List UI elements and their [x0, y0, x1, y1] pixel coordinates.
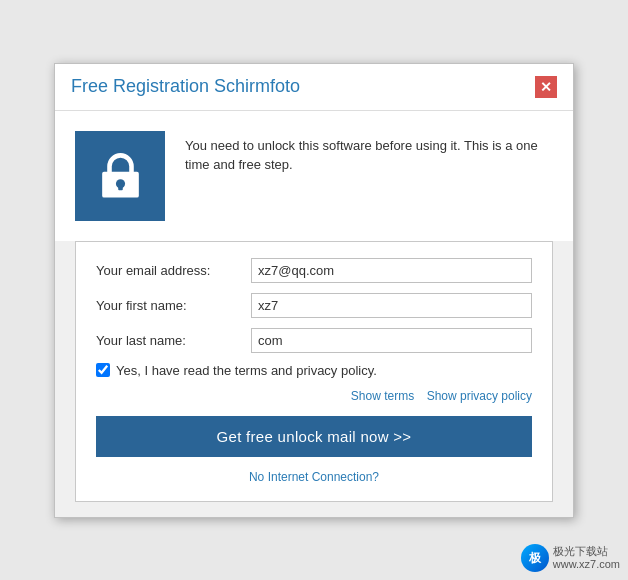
show-privacy-link[interactable]: Show privacy policy	[427, 389, 532, 403]
submit-button[interactable]: Get free unlock mail now >>	[96, 416, 532, 457]
terms-checkbox-row: Yes, I have read the terms and privacy p…	[96, 363, 532, 378]
form-section: Your email address: Your first name: You…	[75, 241, 553, 502]
title-bar: Free Registration Schirmfoto ✕	[55, 64, 573, 111]
no-internet-section: No Internet Connection?	[96, 467, 532, 485]
email-label: Your email address:	[96, 263, 251, 278]
lock-icon	[93, 148, 148, 203]
firstname-row: Your first name:	[96, 293, 532, 318]
email-row: Your email address:	[96, 258, 532, 283]
firstname-label: Your first name:	[96, 298, 251, 313]
policy-links: Show terms Show privacy policy	[96, 386, 532, 404]
watermark-logo: 极 极光下载站www.xz7.com	[521, 544, 620, 572]
terms-checkbox[interactable]	[96, 363, 110, 377]
top-section: You need to unlock this software before …	[55, 111, 573, 241]
terms-checkbox-label: Yes, I have read the terms and privacy p…	[116, 363, 377, 378]
watermark-text: 极光下载站www.xz7.com	[553, 545, 620, 571]
dialog-title: Free Registration Schirmfoto	[71, 76, 300, 97]
watermark-icon: 极	[521, 544, 549, 572]
description-text: You need to unlock this software before …	[185, 131, 553, 175]
registration-dialog: Free Registration Schirmfoto ✕ You need …	[54, 63, 574, 518]
email-input[interactable]	[251, 258, 532, 283]
lastname-label: Your last name:	[96, 333, 251, 348]
watermark: 极 极光下载站www.xz7.com	[521, 544, 620, 572]
no-internet-link[interactable]: No Internet Connection?	[249, 470, 379, 484]
close-button[interactable]: ✕	[535, 76, 557, 98]
firstname-input[interactable]	[251, 293, 532, 318]
svg-rect-2	[118, 184, 123, 190]
lastname-input[interactable]	[251, 328, 532, 353]
lock-icon-box	[75, 131, 165, 221]
show-terms-link[interactable]: Show terms	[351, 389, 414, 403]
lastname-row: Your last name:	[96, 328, 532, 353]
